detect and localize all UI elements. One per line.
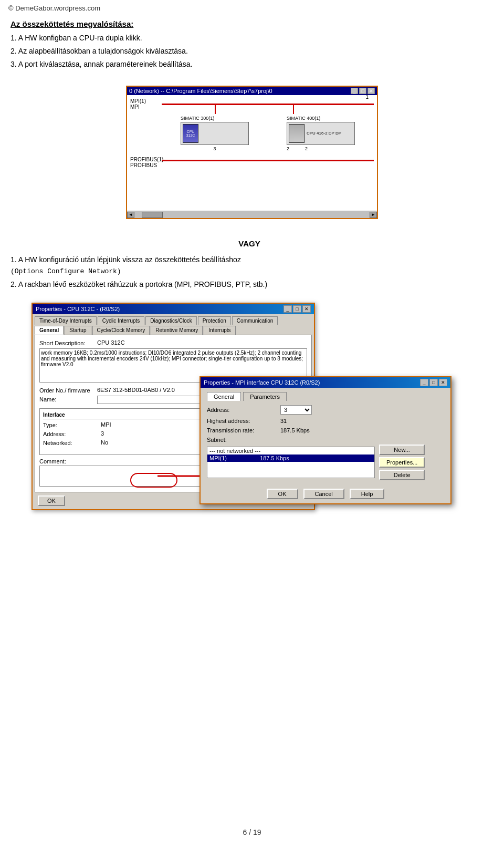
subnet-list[interactable]: --- not networked --- MPI(1) 187.5 Kbps	[207, 447, 375, 478]
cpu-maximize-button[interactable]: □	[293, 305, 301, 313]
short-desc-label: Short Description:	[39, 339, 97, 346]
tab-cyclic-interrupts[interactable]: Cyclic Interrupts	[98, 316, 145, 325]
network-diagram-container: 0 (Network) -- C:\Program Files\Siemens\…	[0, 86, 504, 219]
name-input[interactable]	[97, 396, 202, 404]
section-title: Az összeköttetés megvalósítása:	[10, 19, 488, 28]
mpi-highest-label: Highest address:	[207, 418, 280, 424]
scrollbar-bottom[interactable]: ◄ ►	[127, 211, 377, 218]
delete-button[interactable]: Delete	[379, 470, 425, 480]
mpi-maximize-button[interactable]: □	[429, 379, 438, 386]
mpi-minimize-button[interactable]: _	[420, 379, 428, 386]
cpu-properties-titlebar: Properties - CPU 312C - (R0/S2) _ □ ✕	[33, 304, 314, 314]
properties-subnet-button[interactable]: Properties...	[379, 457, 425, 468]
step2-2: 2. A rackban lévő eszközöket ráhúzzuk a …	[10, 279, 488, 290]
scroll-right-btn[interactable]: ►	[370, 212, 377, 218]
mpi-cancel-button[interactable]: Cancel	[303, 489, 344, 499]
mpi-sub: MPI	[130, 104, 162, 110]
titlebar-buttons: _ □ ✕	[351, 88, 375, 94]
cpu-props-title: Properties - CPU 312C - (R0/S2)	[36, 306, 120, 312]
tab-protection[interactable]: Protection	[198, 316, 231, 325]
subnet-section: Subnet: --- not networked --- MPI(1) 187…	[207, 437, 444, 480]
tabs-row2: General Startup Cycle/Clock Memory Reten…	[33, 325, 314, 335]
mpi-title: Properties - MPI interface CPU 312C (R0/…	[204, 379, 320, 386]
website-label: © DemeGabor.wordpress.com	[8, 4, 100, 12]
tabs-row1: Time-of-Day Interrupts Cyclic Interrupts…	[33, 315, 314, 325]
main-content: Az összeköttetés megvalósítása: 1. A HW …	[0, 14, 504, 77]
mpi-address-select[interactable]: 3	[280, 405, 312, 415]
subnet-buttons: New... Properties... Delete	[379, 445, 425, 480]
page-footer: 6 / 19	[0, 828, 504, 836]
tab-diagnostics-clock[interactable]: Diagnostics/Clock	[145, 316, 196, 325]
mpi-address-label: Address:	[207, 407, 280, 413]
mpi-transmission-value: 187.5 Kbps	[280, 427, 310, 433]
mpi-close-button[interactable]: ✕	[439, 379, 447, 386]
mpi-highest-row: Highest address: 31	[207, 418, 444, 424]
tab-time-of-day[interactable]: Time-of-Day Interrupts	[35, 316, 97, 325]
tab-cycle-clock[interactable]: Cycle/Clock Memory	[92, 326, 150, 335]
mpi-tabs: General Parameters	[207, 392, 444, 401]
address-label: Address:	[43, 430, 101, 437]
subnet-label: Subnet:	[207, 437, 444, 443]
network-title: 0 (Network) -- C:\Program Files\Siemens\…	[129, 88, 272, 94]
num2b: 2	[305, 146, 308, 151]
step-2: 2. Az alapbeállításokban a tulajdonságok…	[10, 46, 488, 57]
mpi-titlebar-buttons: _ □ ✕	[420, 379, 447, 386]
vagy-section: VAGY 1. A HW konfiguráció után lépjünk v…	[0, 228, 504, 297]
mpi-body: General Parameters Address: 3 Highest ad…	[201, 388, 450, 484]
mpi-footer: OK Cancel Help	[201, 484, 450, 503]
step2-1: 1. A HW konfiguráció után lépjünk vissza…	[10, 254, 488, 277]
subnet-not-networked[interactable]: --- not networked ---	[207, 447, 374, 455]
tab-retentive-memory[interactable]: Retentive Memory	[151, 326, 203, 335]
cpu-titlebar-buttons: _ □ ✕	[284, 305, 311, 313]
maximize-button[interactable]: □	[359, 88, 366, 94]
station2-label: SIMATIC 400(1)	[287, 116, 355, 121]
step-1: 1. A HW konfigban a CPU-ra dupla klikk.	[10, 33, 488, 44]
cpu-minimize-button[interactable]: _	[284, 305, 292, 313]
mpi-titlebar: Properties - MPI interface CPU 312C (R0/…	[201, 377, 450, 388]
cpu-close-button[interactable]: ✕	[302, 305, 311, 313]
station1-label: SIMATIC 300(1)	[181, 116, 249, 121]
mpi-tab-parameters[interactable]: Parameters	[243, 392, 287, 401]
vagy-label: VAGY	[10, 239, 488, 248]
ok-button[interactable]: OK	[38, 495, 65, 506]
mpi-address-row: Address: 3	[207, 405, 444, 415]
station1: SIMATIC 300(1) CPU 312C 3	[181, 116, 249, 151]
tab-startup[interactable]: Startup	[65, 326, 91, 335]
mpi-properties-window: Properties - MPI interface CPU 312C (R0/…	[200, 376, 452, 504]
station2-cpu: CPU 416-2 DP DP	[307, 131, 341, 136]
tab-communication[interactable]: Communication	[232, 316, 278, 325]
subnet-row: --- not networked --- MPI(1) 187.5 Kbps …	[207, 445, 444, 480]
station1-cpu: CPU 312C	[183, 130, 198, 137]
scroll-left-btn[interactable]: ◄	[127, 212, 134, 218]
new-button[interactable]: New...	[379, 445, 425, 455]
order-label: Order No./ firmware	[39, 387, 97, 394]
step-3: 3. A port kiválasztása, annak paramétere…	[10, 59, 488, 70]
tab-interrupts[interactable]: Interrupts	[204, 326, 235, 335]
mpi-ok-button[interactable]: OK	[267, 489, 298, 499]
networked-label: Networked:	[43, 439, 101, 446]
scrollbar-thumb[interactable]	[142, 212, 163, 218]
tab-general[interactable]: General	[35, 326, 64, 335]
minimize-button[interactable]: _	[351, 88, 358, 94]
mpi-help-button[interactable]: Help	[350, 489, 385, 499]
network-window: 0 (Network) -- C:\Program Files\Siemens\…	[126, 86, 378, 219]
network-content: MPI(1) MPI 1 SIMATIC 300(1)	[127, 95, 377, 211]
num1: 1	[365, 94, 369, 100]
mpi-transmission-label: Transmission rate:	[207, 427, 280, 433]
name-label: Name:	[39, 396, 97, 402]
close-button[interactable]: ✕	[368, 88, 375, 94]
profibus-label: PROFIBUS(1)	[130, 157, 162, 162]
num3: 3	[181, 146, 249, 151]
short-desc-value: CPU 312C	[97, 339, 307, 346]
station2: SIMATIC 400(1) CPU 416-2 DP DP 2 2	[287, 116, 355, 151]
step2-1-code: (Options Configure Network)	[10, 267, 121, 275]
num2a: 2	[287, 146, 289, 151]
mpi-transmission-row: Transmission rate: 187.5 Kbps	[207, 427, 444, 433]
mpi-label: MPI(1)	[130, 98, 162, 104]
mpi-tab-general[interactable]: General	[207, 392, 241, 401]
profibus-sub: PROFIBUS	[130, 162, 162, 168]
header: © DemeGabor.wordpress.com	[0, 0, 504, 14]
subnet-mpi1[interactable]: MPI(1) 187.5 Kbps	[207, 455, 374, 462]
network-titlebar: 0 (Network) -- C:\Program Files\Siemens\…	[127, 87, 377, 95]
properties-area: Properties - CPU 312C - (R0/S2) _ □ ✕ Ti…	[32, 303, 472, 510]
